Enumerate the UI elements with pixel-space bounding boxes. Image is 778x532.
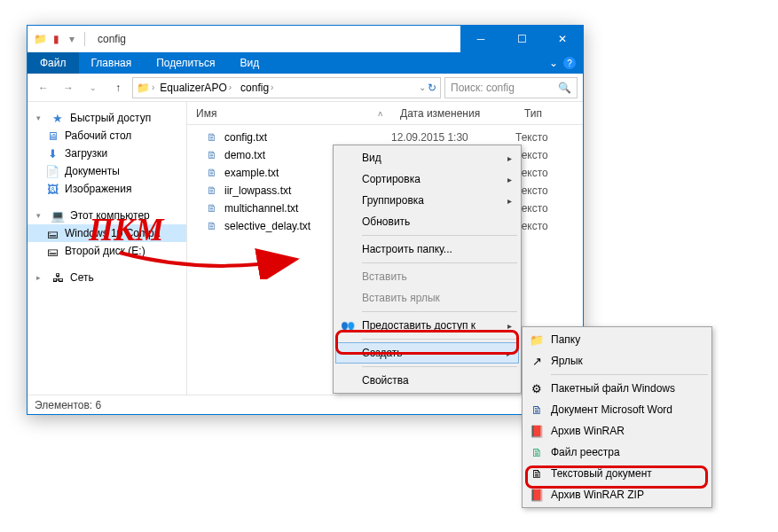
maximize-button[interactable]: ☐ bbox=[501, 26, 542, 52]
tab-home[interactable]: Главная bbox=[79, 52, 145, 74]
ctx-new-text[interactable]: 🗎Текстовый документ bbox=[524, 463, 710, 484]
help-icon[interactable]: ? bbox=[563, 57, 576, 69]
ctx-new-shortcut[interactable]: ↗Ярлык bbox=[524, 350, 710, 372]
ribbon: Файл Главная Поделиться Вид ⌄ ? bbox=[28, 52, 583, 74]
text-file-icon: 🗎 bbox=[205, 130, 219, 145]
forward-button[interactable]: → bbox=[58, 77, 79, 98]
separator bbox=[362, 311, 517, 312]
chevron-right-icon: ▸ bbox=[507, 348, 511, 358]
column-headers: Имяʌ Дата изменения Тип bbox=[187, 102, 583, 125]
separator bbox=[362, 235, 517, 236]
ctx-new-batch[interactable]: ⚙Пакетный файл Windows bbox=[524, 378, 710, 399]
winrar-zip-icon: 📕 bbox=[530, 488, 544, 502]
context-submenu-create: 📁Папку ↗Ярлык ⚙Пакетный файл Windows 🗎До… bbox=[522, 326, 712, 508]
search-placeholder: Поиск: config bbox=[451, 82, 515, 94]
winrar-icon: 📕 bbox=[530, 424, 544, 438]
bat-file-icon: ⚙ bbox=[530, 381, 544, 395]
refresh-icon[interactable]: ↻ bbox=[428, 82, 436, 94]
separator bbox=[362, 339, 517, 340]
minimize-button[interactable]: ─ bbox=[460, 26, 501, 52]
context-menu: Вид▸ Сортировка▸ Группировка▸ Обновить Н… bbox=[333, 145, 522, 394]
ctx-view[interactable]: Вид▸ bbox=[335, 147, 519, 168]
text-file-icon: 🗎 bbox=[205, 201, 219, 215]
tab-file[interactable]: Файл bbox=[28, 52, 79, 74]
up-button[interactable]: ↑ bbox=[107, 77, 129, 98]
ctx-group[interactable]: Группировка▸ bbox=[335, 190, 519, 211]
sort-asc-icon: ʌ bbox=[378, 109, 382, 118]
shortcut-icon: ↗ bbox=[530, 354, 544, 368]
folder-icon: 📁 bbox=[33, 32, 47, 46]
folder-icon: 📁 bbox=[530, 332, 544, 347]
share-icon: 👥 bbox=[341, 318, 355, 332]
breadcrumb[interactable]: 📁 › EqualizerAPO› config› ⌄ ↻ bbox=[132, 77, 441, 98]
nav-quick-access[interactable]: ▾★Быстрый доступ bbox=[28, 109, 186, 127]
nav-this-pc[interactable]: ▾💻Этот компьютер bbox=[28, 207, 186, 224]
nav-pane: ▾★Быстрый доступ 🖥Рабочий стол ⬇Загрузки… bbox=[28, 102, 187, 395]
ctx-new-winrar-zip[interactable]: 📕Архив WinRAR ZIP bbox=[524, 484, 710, 505]
item-count: Элементов: 6 bbox=[35, 399, 101, 411]
text-file-icon: 🗎 bbox=[205, 219, 219, 233]
ctx-new-reg[interactable]: 🗎Файл реестра bbox=[524, 442, 710, 463]
close-button[interactable]: ✕ bbox=[542, 26, 583, 52]
separator bbox=[362, 366, 517, 367]
col-type[interactable]: Тип bbox=[515, 107, 583, 120]
reg-file-icon: 🗎 bbox=[530, 445, 544, 459]
breadcrumb-seg[interactable]: EqualizerAPO› bbox=[156, 82, 235, 94]
ctx-new-word[interactable]: 🗎Документ Microsoft Word bbox=[524, 399, 710, 420]
text-file-icon: 🗎 bbox=[205, 148, 219, 162]
tab-view[interactable]: Вид bbox=[227, 52, 271, 74]
ctx-new-folder[interactable]: 📁Папку bbox=[524, 329, 710, 350]
chevron-right-icon: ▸ bbox=[507, 196, 512, 206]
separator bbox=[84, 32, 85, 46]
window-title: config bbox=[94, 33, 460, 45]
file-row[interactable]: 🗎config.txt12.09.2015 1:30Тексто bbox=[187, 129, 583, 146]
back-button[interactable]: ← bbox=[33, 77, 54, 98]
titlebar: 📁 ▮ ▾ config ─ ☐ ✕ bbox=[28, 26, 583, 52]
search-icon: 🔍 bbox=[558, 82, 571, 94]
status-bar: Элементов: 6 bbox=[28, 395, 583, 414]
folder-icon: 📁 bbox=[137, 82, 150, 94]
nav-pictures[interactable]: 🖼Изображения bbox=[28, 180, 186, 198]
ctx-customize-folder[interactable]: Настроить папку... bbox=[335, 239, 519, 260]
recent-button[interactable]: ⌄ bbox=[83, 77, 104, 98]
search-input[interactable]: Поиск: config 🔍 bbox=[444, 77, 578, 98]
ctx-create[interactable]: Создать▸ bbox=[335, 342, 519, 364]
chevron-right-icon[interactable]: › bbox=[152, 82, 154, 92]
ctx-properties[interactable]: Свойства bbox=[335, 370, 519, 391]
word-icon: 🗎 bbox=[530, 403, 544, 417]
chevron-right-icon: ▸ bbox=[507, 321, 512, 331]
chevron-right-icon: ▸ bbox=[507, 153, 512, 163]
col-name[interactable]: Имяʌ bbox=[187, 107, 391, 120]
ctx-paste: Вставить bbox=[335, 266, 519, 287]
col-date[interactable]: Дата изменения bbox=[391, 107, 515, 120]
nav-network[interactable]: ▸🖧Сеть bbox=[28, 269, 186, 286]
ctx-sort[interactable]: Сортировка▸ bbox=[335, 168, 519, 190]
qa-icon[interactable]: ▾ bbox=[65, 32, 79, 46]
nav-disk-e[interactable]: 🖴Второй диск (E:) bbox=[28, 242, 186, 260]
text-file-icon: 🗎 bbox=[205, 166, 219, 180]
ctx-paste-shortcut: Вставить ярлык bbox=[335, 287, 519, 309]
ctx-refresh[interactable]: Обновить bbox=[335, 211, 519, 232]
qa-icon[interactable]: ▮ bbox=[49, 32, 63, 46]
address-dropdown-icon[interactable]: ⌄ bbox=[419, 82, 426, 92]
separator bbox=[551, 374, 708, 375]
ctx-share-access[interactable]: 👥Предоставить доступ к▸ bbox=[335, 315, 519, 336]
address-bar: ← → ⌄ ↑ 📁 › EqualizerAPO› config› ⌄ ↻ По… bbox=[28, 74, 583, 102]
nav-win10-drive[interactable]: 🖴Windows 10 Compa bbox=[28, 224, 186, 242]
text-file-icon: 🗎 bbox=[205, 184, 219, 198]
nav-desktop[interactable]: 🖥Рабочий стол bbox=[28, 127, 186, 145]
separator bbox=[362, 262, 517, 263]
breadcrumb-seg[interactable]: config› bbox=[237, 82, 277, 94]
nav-documents[interactable]: 📄Документы bbox=[28, 162, 186, 180]
chevron-down-icon[interactable]: ⌄ bbox=[549, 57, 558, 69]
text-file-icon: 🗎 bbox=[530, 466, 544, 481]
tab-share[interactable]: Поделиться bbox=[144, 52, 227, 74]
chevron-right-icon: ▸ bbox=[507, 175, 512, 184]
nav-downloads[interactable]: ⬇Загрузки bbox=[28, 145, 186, 162]
ctx-new-winrar[interactable]: 📕Архив WinRAR bbox=[524, 420, 710, 442]
